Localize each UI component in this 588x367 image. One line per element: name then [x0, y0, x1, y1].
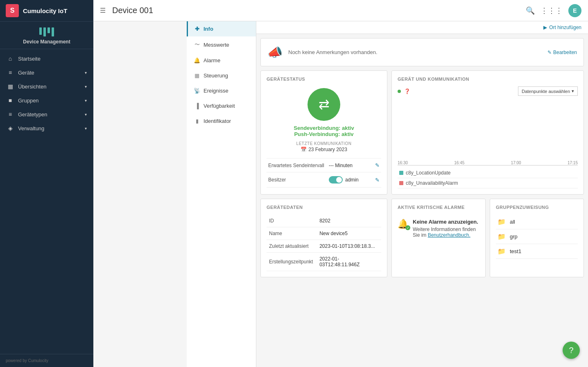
status-circle: ⇄: [308, 88, 340, 121]
add-location-label: Ort hinzufügen: [549, 25, 581, 30]
axis-label: 17:15: [568, 161, 578, 165]
help-icon[interactable]: ❓: [404, 88, 410, 94]
edit-owner-button[interactable]: ✎: [375, 177, 380, 183]
location-icon: ▶: [543, 25, 547, 30]
device-data-table: ID 8202 Name New device5 Zuletzt aktuali…: [267, 215, 381, 271]
grid-icon[interactable]: ⋮⋮⋮: [541, 6, 563, 15]
connection-arrows-icon: ⇄: [319, 97, 330, 112]
axis-label: 17:00: [511, 161, 521, 165]
add-location-button[interactable]: ▶ Ort hinzufügen: [543, 25, 581, 30]
subnav-item-messwerte[interactable]: 〜 Messwerte: [187, 36, 256, 53]
table-row: Name New device5: [267, 227, 381, 240]
content-top-bar: ▶ Ort hinzufügen: [256, 21, 588, 34]
push-connection-status: Push-Verbindung: aktiv: [267, 131, 381, 137]
subnav-item-identifikator[interactable]: ▮ Identifikator: [187, 113, 256, 129]
subnav-item-alarme[interactable]: 🔔 Alarme: [187, 53, 256, 68]
sidebar-item-uebersichten[interactable]: ▦ Übersichten ▾: [0, 79, 93, 93]
alarm-icon: 🔔: [194, 57, 200, 63]
send-interval-label: Erwartetes Sendeintervall: [268, 163, 326, 168]
owner-toggle[interactable]: [329, 176, 343, 184]
sidebar-item-geraete[interactable]: ≡ Geräte ▾: [0, 66, 93, 79]
chevron-down-icon: ▾: [85, 126, 87, 131]
owner-value: admin: [329, 176, 372, 184]
alarm-empty-body: Weitere Informationen finden Sie im Benu…: [413, 227, 479, 238]
sidebar-item-gruppen[interactable]: ■ Gruppen ▾: [0, 93, 93, 107]
edit-notes-button[interactable]: ✎ Bearbeiten: [547, 50, 577, 55]
sidebar-header: S Cumulocity IoT: [0, 0, 93, 22]
table-cell-value: New device5: [317, 227, 381, 240]
table-row: Erstellungszeitpunkt 2022-01-03T12:48:11…: [267, 253, 381, 271]
groups-icon: ■: [7, 97, 14, 104]
datenpunkte-button[interactable]: Datenpunkte auswählen ▾: [518, 86, 578, 96]
calendar-icon: 📅: [301, 147, 307, 152]
sidebar-section-title: Device Management: [23, 39, 70, 45]
alarm-empty-state: 🔔 ✓ Keine Alarme anzuzeigen. Weitere Inf…: [398, 215, 479, 242]
topbar-actions: 🔍 ⋮⋮⋮ E: [526, 4, 581, 17]
send-interval-value: --- Minuten: [329, 163, 372, 168]
folder-icon: 📁: [498, 233, 506, 240]
subnav-item-steuerung[interactable]: ▦ Steuerung: [187, 68, 256, 83]
table-cell-value: 2023-01-10T13:08:18.3...: [317, 240, 381, 253]
subnav-item-verfuegbarkeit[interactable]: ▐ Verfügbarkeit: [187, 98, 256, 113]
brand-logo: S: [6, 4, 19, 17]
legend-color-1: [399, 181, 403, 185]
table-cell-value: 8202: [317, 215, 381, 227]
cards-row-2: GERÄTEDATEN ID 8202 Name New device5 Zul…: [256, 199, 588, 281]
info-icon: ✚: [194, 26, 200, 32]
search-icon[interactable]: 🔍: [526, 6, 535, 15]
axis-label: 16:45: [454, 161, 464, 165]
alarm-manual-link[interactable]: Benutzerhandbuch.: [428, 232, 470, 238]
overview-icon: ▦: [7, 83, 14, 90]
events-icon: 📡: [194, 88, 200, 94]
main-layout: ✚ Info 〜 Messwerte 🔔 Alarme ▦ Steuerung …: [187, 21, 588, 367]
device-management-icon: [39, 27, 54, 36]
dropdown-arrow-icon: ▾: [572, 88, 574, 94]
subnav-label: Identifikator: [204, 118, 231, 124]
subnav-item-ereignisse[interactable]: 📡 Ereignisse: [187, 83, 256, 98]
comm-card: GERÄT UND KOMMUNIKATION ❓ Datenpunkte au…: [391, 70, 584, 195]
sidebar-item-label: Verwaltung: [18, 125, 44, 131]
help-fab-button[interactable]: ?: [563, 342, 580, 359]
device-data-title: GERÄTEDATEN: [267, 205, 381, 210]
control-icon: ▦: [194, 72, 200, 79]
group-label: grp: [510, 233, 518, 240]
device-types-icon: ≡: [7, 111, 14, 118]
group-item-all: 📁 all: [496, 215, 578, 229]
user-avatar[interactable]: E: [568, 4, 581, 17]
status-icon-container: ⇄: [267, 88, 381, 121]
last-comm-date: 📅 23 February 2023: [267, 147, 381, 152]
chevron-down-icon: ▾: [85, 112, 87, 117]
table-cell-label: Zuletzt aktualisiert: [267, 240, 317, 253]
group-label: test1: [510, 248, 521, 254]
edit-send-interval-button[interactable]: ✎: [375, 162, 380, 168]
device-data-card: GERÄTEDATEN ID 8202 Name New device5 Zul…: [260, 199, 387, 277]
sidebar-item-verwaltung[interactable]: ◈ Verwaltung ▾: [0, 121, 93, 135]
legend-item-0: c8y_LocationUpdate: [398, 168, 578, 178]
subnav-item-info[interactable]: ✚ Info: [187, 21, 256, 36]
identifier-icon: ▮: [194, 118, 200, 124]
sidebar-item-startseite[interactable]: ⌂ Startseite: [0, 52, 93, 66]
notes-section: 📣 Noch keine Anmerkungen vorhanden. ✎ Be…: [260, 38, 584, 66]
toggle-knob: [336, 177, 342, 183]
subnav: ✚ Info 〜 Messwerte 🔔 Alarme ▦ Steuerung …: [187, 21, 256, 367]
table-row: ID 8202: [267, 215, 381, 227]
content-area: ▶ Ort hinzufügen 📣 Noch keine Anmerkunge…: [256, 21, 588, 367]
sidebar-item-geraetetypen[interactable]: ≡ Gerätetypen ▾: [0, 107, 93, 121]
alarm-empty-title: Keine Alarme anzuzeigen.: [413, 219, 479, 225]
notes-text: Noch keine Anmerkungen vorhanden.: [288, 49, 542, 55]
page-title: Device 001: [112, 6, 522, 15]
comm-card-title: GERÄT UND KOMMUNIKATION: [398, 77, 578, 82]
table-cell-label: ID: [267, 215, 317, 227]
alarm-check-icon: ✓: [405, 225, 410, 230]
axis-label: 16:30: [398, 161, 408, 165]
legend-label-1: c8y_UnavailabilityAlarm: [406, 180, 458, 186]
alarms-card: AKTIVE KRITISCHE ALARME 🔔 ✓ Keine Alarme…: [391, 199, 486, 277]
brand-name: Cumulocity IoT: [23, 7, 67, 14]
folder-icon: 📁: [498, 218, 506, 226]
status-text: Sendeverbindung: aktiv Push-Verbindung: …: [267, 125, 381, 137]
subnav-label: Steuerung: [204, 72, 228, 79]
measurements-icon: 〜: [194, 41, 200, 48]
cards-row-1: GERÄTESTATUS ⇄ Sendeverbindung: aktiv Pu…: [256, 70, 588, 199]
chevron-down-icon: ▾: [85, 84, 87, 89]
table-row: Zuletzt aktualisiert 2023-01-10T13:08:18…: [267, 240, 381, 253]
